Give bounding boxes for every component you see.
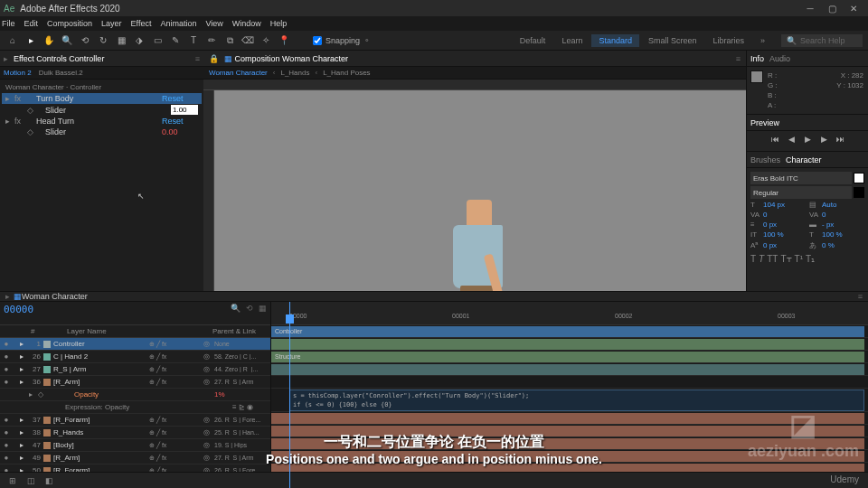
tab-composition[interactable]: ▦ Composition Woman Character	[224, 54, 348, 63]
workspace-default[interactable]: Default	[513, 34, 553, 47]
crumb-duik[interactable]: Duik Bassel.2	[39, 69, 83, 77]
workspace-smallscreen[interactable]: Small Screen	[641, 34, 704, 47]
timeline-ruler[interactable]: 00000 00001 00002 00003	[271, 302, 868, 325]
menu-help[interactable]: Help	[270, 19, 288, 28]
layer-bar[interactable]	[271, 364, 864, 375]
superscript-button[interactable]: T¹	[795, 254, 803, 264]
layer-row[interactable]: ●▸36[R_Arm]⊕ ╱ fx◎27. R_S | Arm	[0, 376, 270, 389]
subscript-button[interactable]: T₁	[806, 254, 815, 264]
lock-icon[interactable]: 🔒	[209, 54, 219, 63]
track-row[interactable]	[271, 425, 868, 437]
tracking-value[interactable]: 0	[822, 211, 826, 219]
leading-value[interactable]: Auto	[822, 201, 836, 209]
slider-1-input[interactable]	[171, 105, 198, 115]
crumb-lhandposes[interactable]: L_Hand Poses	[323, 69, 370, 77]
layer-bar[interactable]	[271, 339, 864, 350]
timeline-lock-icon[interactable]: ▸	[5, 292, 10, 301]
layer-row[interactable]: ●▸37[R_Forarm]⊕ ╱ fx◎26. R_S | Fore...	[0, 414, 270, 427]
tab-info[interactable]: Info	[750, 54, 764, 63]
workspace-learn[interactable]: Learn	[554, 34, 590, 47]
layer-row[interactable]: ▸◇Opacity1%	[0, 389, 270, 401]
track-row[interactable]	[271, 376, 868, 389]
menu-effect[interactable]: Effect	[131, 19, 152, 28]
timecode[interactable]: 00000	[4, 304, 33, 315]
pen-tool-icon[interactable]: ✎	[168, 33, 183, 48]
effect-slider-2[interactable]: ◇ Slider 0.00	[2, 127, 202, 137]
viewer-menu-icon[interactable]: ≡	[736, 54, 741, 63]
workspace-more-icon[interactable]: »	[753, 34, 772, 47]
minimize-button[interactable]: ─	[799, 4, 821, 14]
fill-swatch[interactable]	[854, 173, 864, 183]
home-icon[interactable]: ⌂	[5, 33, 20, 48]
tab-timeline[interactable]: Woman Character	[22, 292, 88, 301]
tl-switches-icon[interactable]: ▦	[259, 304, 267, 313]
hand-tool-icon[interactable]: ✋	[42, 33, 56, 48]
layer-row[interactable]: ●▸26C | Hand 2⊕ ╱ fx◎58. Zero | C |...	[0, 351, 270, 363]
menu-edit[interactable]: Edit	[24, 19, 39, 28]
toggle-switches-icon[interactable]: ⊞	[5, 474, 20, 488]
effect-turn-body[interactable]: ▸fx Turn Body Reset	[2, 93, 202, 104]
text-tool-icon[interactable]: T	[186, 33, 201, 48]
menu-layer[interactable]: Layer	[101, 19, 122, 28]
layer-row[interactable]: ●▸49[R_Arm]⊕ ╱ fx◎27. R_S | Arm	[0, 452, 270, 465]
layer-bar[interactable]	[271, 426, 864, 436]
first-frame-icon[interactable]: ⏮	[769, 135, 781, 147]
effect-slider-1[interactable]: ◇ Slider	[2, 104, 202, 116]
layer-bar[interactable]: Structure	[271, 352, 864, 362]
track-row[interactable]	[271, 437, 868, 450]
font-style-dropdown[interactable]: Regular	[750, 186, 852, 199]
tab-preview[interactable]: Preview	[750, 118, 779, 127]
vscale-value[interactable]: 100 %	[763, 230, 784, 239]
crumb-comp[interactable]: Woman Character	[209, 69, 268, 77]
panel-close-icon[interactable]: ≡	[195, 54, 200, 63]
prev-frame-icon[interactable]: ◀	[785, 135, 797, 147]
orbit-tool-icon[interactable]: ⟲	[78, 33, 92, 48]
layer-row[interactable]: ●▸47[Body]⊕ ╱ fx◎19. S | Hips	[0, 439, 270, 452]
hscale-value[interactable]: 100 %	[822, 230, 843, 239]
snap-options-icon[interactable]: ⚬	[363, 36, 371, 45]
zoom-tool-icon[interactable]: 🔍	[60, 33, 74, 48]
layer-row[interactable]: ●▸27R_S | Arm⊕ ╱ fx◎44. Zero | R_|...	[0, 363, 270, 376]
toggle-modes-icon[interactable]: ◫	[24, 474, 38, 488]
track-row[interactable]: Controller	[271, 325, 868, 338]
snapping-checkbox[interactable]	[313, 36, 322, 45]
menu-file[interactable]: File	[2, 19, 15, 28]
kerning-value[interactable]: 0	[763, 211, 767, 219]
italic-button[interactable]: T	[759, 254, 764, 264]
effect-head-turn[interactable]: ▸fx Head Turn Reset	[2, 116, 202, 127]
layer-bar[interactable]	[271, 438, 864, 449]
tab-character[interactable]: Character	[786, 155, 822, 164]
track-row[interactable]: s = thisComp.layer("Conroller").effect("…	[271, 389, 868, 412]
playhead[interactable]	[289, 302, 290, 488]
eraser-tool-icon[interactable]: ⌫	[241, 33, 255, 48]
last-frame-icon[interactable]: ⏭	[834, 135, 846, 147]
track-row[interactable]: Structure	[271, 351, 868, 363]
menu-window[interactable]: Window	[232, 19, 261, 28]
tab-brushes[interactable]: Brushes	[750, 155, 780, 164]
crumb-lhands[interactable]: L_Hands	[280, 69, 309, 77]
expression-editor[interactable]: s = thisComp.layer("Conroller").effect("…	[289, 389, 864, 411]
track-row[interactable]	[271, 450, 868, 463]
toggle-in-out-icon[interactable]: ◧	[42, 474, 56, 488]
pan-behind-tool-icon[interactable]: ⬗	[132, 33, 146, 48]
layer-bar[interactable]: Controller	[271, 326, 864, 337]
menu-composition[interactable]: Composition	[47, 19, 92, 28]
play-icon[interactable]: ▶	[801, 135, 814, 147]
bold-button[interactable]: T	[750, 254, 756, 264]
tab-audio[interactable]: Audio	[769, 54, 790, 63]
selection-tool-icon[interactable]: ▸	[24, 33, 38, 48]
puppet-tool-icon[interactable]: 📍	[277, 33, 291, 48]
roto-tool-icon[interactable]: ✧	[259, 33, 273, 48]
layer-bar[interactable]	[271, 413, 864, 424]
close-button[interactable]: ✕	[843, 4, 864, 14]
timeline-menu-icon[interactable]: ≡	[858, 292, 863, 301]
stamp-tool-icon[interactable]: ⧉	[222, 33, 237, 48]
layer-row[interactable]: ●▸1Controller⊕ ╱ fx◎None	[0, 338, 270, 351]
track-row[interactable]	[271, 363, 868, 376]
smallcaps-button[interactable]: Tᴛ	[780, 254, 791, 264]
stroke-swatch[interactable]	[854, 187, 864, 198]
panel-menu-icon[interactable]: ▸	[4, 54, 8, 63]
font-size[interactable]: 104 px	[763, 201, 785, 209]
workspace-libraries[interactable]: Libraries	[705, 34, 751, 47]
track-row[interactable]	[271, 338, 868, 351]
